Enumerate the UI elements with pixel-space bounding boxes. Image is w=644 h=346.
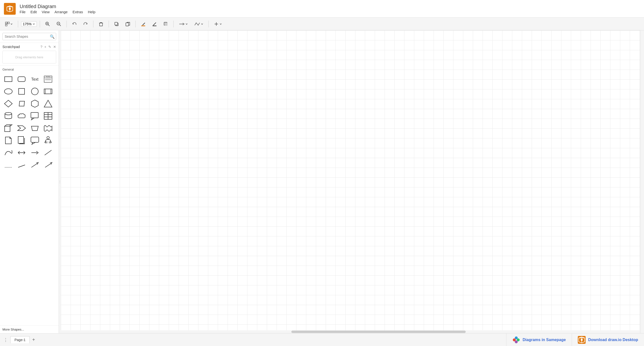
- samepage-banner[interactable]: Diagrams in Samepage: [506, 334, 572, 346]
- zoom-control[interactable]: 175%: [21, 21, 37, 27]
- shape-square[interactable]: [16, 86, 28, 97]
- separator-1: [18, 20, 18, 27]
- shape-parallelogram[interactable]: [16, 98, 28, 109]
- shape-arrow-small-2[interactable]: [42, 160, 54, 170]
- drawio-banner[interactable]: Download draw.io Desktop: [572, 334, 644, 346]
- svg-rect-56: [18, 136, 24, 143]
- menu-extras[interactable]: Extras: [72, 10, 83, 14]
- shape-cloud[interactable]: [16, 110, 28, 121]
- shape-film-rect[interactable]: [42, 86, 54, 97]
- diagram-title[interactable]: Untitled Diagram: [20, 4, 96, 9]
- shape-line[interactable]: [42, 147, 54, 158]
- connection-button[interactable]: [176, 20, 190, 28]
- duplicate-button[interactable]: [112, 20, 121, 28]
- page-menu-button[interactable]: ⋮: [2, 336, 9, 344]
- svg-marker-55: [32, 126, 38, 131]
- shape-arrow-small[interactable]: [29, 160, 41, 170]
- shape-step[interactable]: [16, 123, 28, 134]
- zoom-in-button[interactable]: [43, 20, 52, 28]
- insert-button[interactable]: [212, 20, 224, 28]
- menu-bar: File Edit View Arrange Extras Help: [20, 10, 96, 14]
- shape-text[interactable]: Text: [29, 74, 41, 84]
- undo-button[interactable]: [70, 20, 79, 28]
- scratchpad-help-btn[interactable]: ?: [40, 45, 42, 49]
- svg-marker-37: [4, 100, 12, 107]
- shape-hexagon[interactable]: [29, 98, 41, 109]
- redo-button[interactable]: [81, 20, 90, 28]
- sidebar-resize-handle[interactable]: [59, 30, 61, 333]
- menu-file[interactable]: File: [20, 10, 26, 14]
- svg-point-41: [5, 112, 12, 115]
- shape-diamond[interactable]: [2, 98, 14, 109]
- search-button[interactable]: 🔍: [50, 34, 55, 39]
- scratchpad-edit-btn[interactable]: ✎: [48, 45, 51, 49]
- add-page-button[interactable]: +: [31, 336, 36, 344]
- title-section: Untitled Diagram File Edit View Arrange …: [20, 4, 96, 14]
- search-container: 🔍: [0, 30, 58, 43]
- shape-arrow[interactable]: [29, 147, 41, 158]
- main-layout: 🔍 Scratchpad ? + ✎ ✕ Drag elements here …: [0, 30, 644, 333]
- shape-ellipse[interactable]: [2, 86, 14, 97]
- svg-rect-14: [115, 22, 118, 25]
- shape-double-arrow[interactable]: [16, 147, 28, 158]
- shadow-button[interactable]: [161, 20, 170, 28]
- canvas-area[interactable]: [61, 30, 640, 333]
- shape-wave[interactable]: [42, 123, 54, 134]
- scratchpad-title: Scratchpad: [2, 45, 20, 49]
- shape-doc-alt[interactable]: [16, 135, 28, 146]
- delete-button[interactable]: [96, 20, 106, 28]
- svg-marker-45: [32, 118, 34, 120]
- svg-line-68: [18, 165, 25, 167]
- zoom-out-button[interactable]: [54, 20, 64, 28]
- menu-edit[interactable]: Edit: [30, 10, 37, 14]
- svg-marker-51: [5, 125, 12, 126]
- copy-button[interactable]: [123, 20, 132, 28]
- shape-callout[interactable]: [29, 110, 41, 121]
- shape-cube[interactable]: [2, 123, 14, 134]
- waypoint-button[interactable]: [192, 20, 206, 28]
- menu-help[interactable]: Help: [88, 10, 96, 14]
- shape-rounded-rect[interactable]: [16, 74, 28, 84]
- shape-trapezoid[interactable]: [29, 123, 41, 134]
- shape-table[interactable]: [42, 110, 54, 121]
- menu-view[interactable]: View: [42, 10, 50, 14]
- search-input[interactable]: [2, 33, 56, 40]
- bottom-bar: ⋮ Page-1 + Diagrams in Samepage: [0, 333, 644, 346]
- menu-arrange[interactable]: Arrange: [54, 10, 68, 14]
- svg-rect-11: [100, 23, 102, 26]
- shape-cylinder[interactable]: [2, 110, 14, 121]
- bottom-scrollbar-container[interactable]: [59, 330, 640, 333]
- shape-line-small[interactable]: [16, 160, 28, 170]
- svg-marker-39: [32, 100, 38, 107]
- svg-marker-54: [18, 126, 26, 131]
- scratchpad-add-btn[interactable]: +: [44, 45, 46, 49]
- right-scrollbar[interactable]: [640, 30, 644, 333]
- svg-rect-17: [152, 25, 156, 26]
- app-logo: [4, 3, 16, 15]
- bottom-scrollbar-thumb[interactable]: [291, 331, 466, 333]
- shape-dot-line[interactable]: [2, 160, 14, 170]
- shape-triangle[interactable]: [42, 98, 54, 109]
- svg-point-33: [32, 88, 38, 95]
- drawio-icon: [578, 336, 586, 344]
- scratchpad-close-btn[interactable]: ✕: [53, 45, 56, 49]
- shape-person[interactable]: [42, 135, 54, 146]
- fill-color-button[interactable]: [138, 20, 148, 28]
- separator-5: [109, 20, 109, 27]
- shape-speech-bubble[interactable]: [29, 135, 41, 146]
- page-tabs: ⋮ Page-1 +: [0, 336, 506, 344]
- shape-doc[interactable]: [2, 135, 14, 146]
- svg-marker-40: [44, 100, 52, 107]
- shape-curve[interactable]: [2, 147, 14, 158]
- shape-rectangle[interactable]: [2, 74, 14, 84]
- shape-circle[interactable]: [29, 86, 41, 97]
- line-color-button[interactable]: [150, 20, 159, 28]
- sidebar: 🔍 Scratchpad ? + ✎ ✕ Drag elements here …: [0, 30, 59, 333]
- svg-point-74: [515, 340, 518, 343]
- svg-rect-1: [6, 22, 7, 24]
- svg-line-69: [32, 163, 37, 167]
- view-toggle-button[interactable]: [3, 20, 15, 27]
- shape-note-card[interactable]: Heading: [42, 74, 54, 84]
- more-shapes-button[interactable]: More Shapes...: [0, 326, 58, 333]
- page-tab[interactable]: Page-1: [10, 336, 30, 343]
